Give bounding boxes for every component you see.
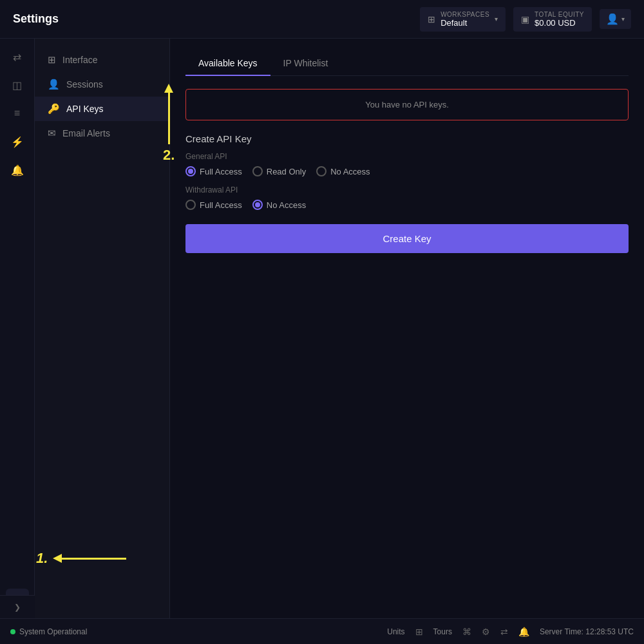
interface-label: Interface — [62, 55, 97, 65]
general-full-access-dot — [188, 169, 193, 174]
workspace-selector[interactable]: ⊞ WORKSPACES Default ▾ — [420, 7, 506, 32]
withdrawal-api-radio-group: Full Access No Access — [185, 200, 629, 210]
tabs-container: Available Keys IP Whitelist — [185, 52, 629, 76]
withdrawal-api-label: Withdrawal API — [185, 185, 629, 194]
user-chevron: ▾ — [621, 15, 625, 23]
settings-nav-sessions[interactable]: 👤 Sessions — [35, 72, 169, 97]
user-icon: 👤 — [606, 13, 619, 25]
sidebar-expand-button[interactable]: ❯ — [0, 595, 35, 618]
general-full-access-label: Full Access — [200, 167, 242, 176]
workspace-value: Default — [440, 18, 489, 28]
workspace-info: WORKSPACES Default — [440, 11, 489, 28]
general-read-only-radio[interactable] — [252, 166, 263, 176]
sessions-label: Sessions — [66, 79, 103, 90]
general-api-label: General API — [185, 152, 629, 161]
workspace-icon: ⊞ — [428, 14, 435, 24]
sessions-icon: 👤 — [48, 79, 60, 90]
sidebar-item-lightning[interactable]: ⚡ — [6, 130, 29, 153]
settings-status-icon[interactable]: ⚙ — [482, 627, 490, 637]
interface-icon: ⊞ — [48, 54, 56, 66]
general-no-access-label: No Access — [330, 167, 370, 176]
notification-icon[interactable]: 🔔 — [518, 627, 529, 637]
top-header: Settings ⊞ WORKSPACES Default ▾ ▣ TOTAL … — [0, 0, 644, 39]
general-read-only-label: Read Only — [267, 167, 306, 176]
withdrawal-full-access-label: Full Access — [200, 200, 242, 210]
api-keys-label: API Keys — [66, 104, 104, 114]
orders-icon: ≡ — [14, 108, 20, 119]
bell-icon: 🔔 — [11, 164, 24, 176]
header-right: ⊞ WORKSPACES Default ▾ ▣ TOTAL EQUITY $0… — [420, 7, 631, 32]
workspace-label: WORKSPACES — [440, 11, 489, 18]
sidebar-item-orders[interactable]: ≡ — [6, 102, 29, 125]
lightning-icon: ⚡ — [11, 136, 24, 148]
api-keys-icon: 🔑 — [48, 103, 60, 115]
general-no-access-radio[interactable] — [316, 166, 327, 176]
units-icon[interactable]: ⊞ — [415, 627, 423, 637]
api-keys-content: Available Keys IP Whitelist You have no … — [170, 39, 644, 618]
equity-display: ▣ TOTAL EQUITY $0.00 USD — [513, 7, 592, 32]
general-no-access-option[interactable]: No Access — [316, 166, 370, 176]
left-sidebar: ⇄ ◫ ≡ ⚡ 🔔 ⚙ — [0, 39, 35, 618]
equity-info: TOTAL EQUITY $0.00 USD — [535, 11, 584, 28]
email-alerts-icon: ✉ — [48, 128, 56, 139]
no-keys-message: You have no API keys. — [185, 89, 629, 120]
general-full-access-radio[interactable] — [185, 166, 196, 176]
tab-ip-whitelist[interactable]: IP Whitelist — [270, 52, 341, 76]
settings-sidebar: ⊞ Interface 👤 Sessions 🔑 API Keys ✉ Emai… — [35, 39, 170, 618]
withdrawal-no-access-radio[interactable] — [252, 200, 263, 210]
settings-nav-interface[interactable]: ⊞ Interface — [35, 48, 169, 72]
expand-icon: ❯ — [14, 603, 21, 612]
tab-available-keys[interactable]: Available Keys — [185, 52, 270, 76]
general-read-only-option[interactable]: Read Only — [252, 166, 306, 176]
workspace-chevron: ▾ — [495, 15, 498, 23]
settings-nav-api-keys[interactable]: 🔑 API Keys — [35, 97, 169, 121]
create-key-button[interactable]: Create Key — [185, 224, 629, 253]
general-full-access-option[interactable]: Full Access — [185, 166, 242, 176]
create-api-section: Create API Key General API Full Access R… — [185, 133, 629, 253]
general-api-radio-group: Full Access Read Only No Access — [185, 166, 629, 176]
user-menu[interactable]: 👤 ▾ — [600, 9, 631, 29]
page-title: Settings — [13, 12, 59, 26]
status-bar: System Operational Units ⊞ Tours ⌘ ⚙ ⇄ 🔔… — [0, 618, 644, 644]
sidebar-item-portfolio[interactable]: ◫ — [6, 73, 29, 97]
sidebar-item-transfer[interactable]: ⇄ — [6, 45, 29, 68]
withdrawal-full-access-option[interactable]: Full Access — [185, 200, 242, 210]
units-label: Units — [387, 627, 404, 636]
withdrawal-full-access-radio[interactable] — [185, 200, 196, 210]
equity-value: $0.00 USD — [535, 18, 584, 28]
tours-label: Tours — [433, 627, 452, 636]
withdrawal-no-access-label: No Access — [267, 200, 306, 210]
main-content: ⊞ Interface 👤 Sessions 🔑 API Keys ✉ Emai… — [35, 39, 644, 618]
arrows-icon[interactable]: ⇄ — [500, 627, 508, 637]
settings-nav-email-alerts[interactable]: ✉ Email Alerts — [35, 121, 169, 146]
transfer-icon: ⇄ — [13, 51, 21, 63]
create-api-title: Create API Key — [185, 133, 629, 144]
tools-icon[interactable]: ⌘ — [462, 627, 471, 637]
sidebar-item-notifications[interactable]: 🔔 — [6, 158, 29, 182]
portfolio-icon: ◫ — [12, 79, 22, 91]
status-text: System Operational — [19, 627, 87, 636]
equity-label: TOTAL EQUITY — [535, 11, 584, 18]
status-indicator — [10, 629, 15, 634]
server-time: Server Time: 12:28:53 UTC — [540, 627, 634, 636]
email-alerts-label: Email Alerts — [62, 128, 110, 138]
withdrawal-no-access-dot — [255, 202, 260, 207]
withdrawal-no-access-option[interactable]: No Access — [252, 200, 306, 210]
equity-icon: ▣ — [521, 14, 529, 24]
system-status: System Operational — [10, 627, 87, 636]
status-bar-right: Units ⊞ Tours ⌘ ⚙ ⇄ 🔔 Server Time: 12:28… — [387, 627, 634, 637]
